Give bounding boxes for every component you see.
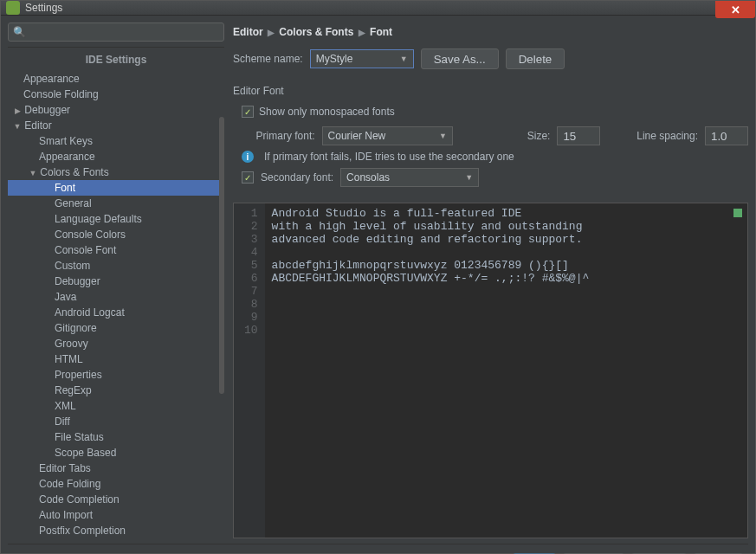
primary-font-label: Primary font:	[242, 130, 315, 142]
tree-item-label: Groovy	[55, 338, 88, 350]
tree-item-label: Console Font	[55, 244, 116, 256]
tree-item-debugger[interactable]: Debugger	[8, 274, 224, 289]
tree-item-label: Java	[55, 291, 76, 303]
scheme-select[interactable]: MyStyle ▼	[310, 49, 414, 68]
tree-item-font[interactable]: Font	[8, 180, 224, 196]
tree-item-html[interactable]: HTML	[8, 351, 224, 367]
tree-item-debugger[interactable]: ▶ Debugger	[8, 102, 224, 118]
tree-item-label: Debugger	[55, 275, 100, 287]
tree-item-regexp[interactable]: RegExp	[8, 383, 224, 398]
tree-item-java[interactable]: Java	[8, 289, 224, 305]
show-mono-checkbox[interactable]: ✓	[242, 106, 254, 118]
chevron-down-icon: ▼	[465, 173, 473, 182]
tree-item-postfix-completion[interactable]: Postfix Completion	[8, 523, 224, 538]
tree-item-label: Smart Keys	[39, 135, 93, 147]
save-as-button[interactable]: Save As...	[421, 48, 499, 69]
dialog-footer: OK Cancel Apply Help	[8, 544, 748, 554]
tree-item-colors-fonts[interactable]: ▼ Colors & Fonts	[8, 164, 224, 180]
tree-item-scope-based[interactable]: Scope Based	[8, 445, 224, 461]
tree-item-label: File Status	[55, 431, 104, 443]
tree-item-auto-import[interactable]: Auto Import	[8, 507, 224, 523]
app-icon	[6, 1, 20, 15]
chevron-down-icon[interactable]: ▼	[29, 169, 37, 177]
info-text: If primary font fails, IDE tries to use …	[264, 151, 514, 163]
search-wrap: 🔍	[8, 23, 224, 47]
tree-item-label: Editor	[24, 119, 51, 132]
tree-item-appearance[interactable]: Appearance	[8, 71, 224, 87]
settings-tree[interactable]: IDE Settings AppearanceConsole Folding▶ …	[8, 47, 224, 538]
close-button[interactable]: ✕	[715, 1, 755, 18]
settings-window: Settings ✕ 🔍 IDE Settings AppearanceCons…	[0, 0, 756, 554]
window-title: Settings	[25, 2, 62, 14]
tree-item-console-folding[interactable]: Console Folding	[8, 87, 224, 102]
preview-code: Android Studio is a full-featured IDEwit…	[265, 203, 747, 538]
tree-item-label: Debugger	[24, 104, 70, 116]
chevron-down-icon: ▼	[439, 132, 447, 140]
chevron-right-icon: ▶	[359, 28, 365, 37]
size-label: Size:	[477, 130, 551, 142]
tree-item-label: RegExp	[55, 384, 92, 396]
tree-item-label: Postfix Completion	[39, 525, 126, 537]
tree-item-label: Code Folding	[39, 478, 100, 490]
info-icon: i	[242, 151, 254, 163]
tree-item-editor[interactable]: ▼ Editor	[8, 118, 224, 133]
tree-item-console-font[interactable]: Console Font	[8, 242, 224, 258]
tree-item-diff[interactable]: Diff	[8, 414, 224, 429]
tree-item-label: Gitignore	[55, 322, 97, 334]
tree-item-label: Language Defaults	[55, 213, 142, 225]
gutter: 12345678910	[234, 203, 265, 538]
status-indicator	[733, 209, 742, 217]
tree-item-label: XML	[55, 400, 76, 412]
tree-item-label: Font	[55, 182, 75, 194]
tree-scrollbar[interactable]	[219, 117, 224, 394]
tree-item-label: Editor Tabs	[39, 462, 91, 474]
tree-item-properties[interactable]: Properties	[8, 367, 224, 383]
content-pane: Editor ▶ Colors & Fonts ▶ Font Scheme na…	[233, 23, 748, 538]
tree-item-general[interactable]: General	[8, 196, 224, 211]
chevron-right-icon[interactable]: ▶	[13, 106, 22, 115]
search-icon: 🔍	[13, 26, 26, 38]
scheme-value: MyStyle	[316, 53, 353, 65]
primary-font-select[interactable]: Courier New ▼	[322, 126, 453, 145]
secondary-font-select[interactable]: Consolas ▼	[340, 168, 479, 187]
tree-item-groovy[interactable]: Groovy	[8, 336, 224, 351]
tree-item-gitignore[interactable]: Gitignore	[8, 320, 224, 336]
tree-item-console-colors[interactable]: Console Colors	[8, 227, 224, 242]
tree-item-label: Scope Based	[55, 447, 116, 459]
main: 🔍 IDE Settings AppearanceConsole Folding…	[8, 23, 748, 538]
tree-item-label: Appearance	[39, 151, 95, 163]
tree-item-code-completion[interactable]: Code Completion	[8, 492, 224, 507]
delete-button[interactable]: Delete	[506, 48, 565, 69]
chevron-right-icon: ▶	[268, 28, 275, 37]
tree-item-label: Diff	[55, 416, 70, 428]
font-form: Primary font: Courier New ▼ Size: Line s…	[242, 121, 748, 192]
search-input[interactable]	[8, 23, 224, 42]
tree-item-language-defaults[interactable]: Language Defaults	[8, 211, 224, 227]
line-spacing-input[interactable]	[705, 126, 748, 145]
titlebar: Settings ✕	[1, 1, 755, 16]
secondary-font-label: Secondary font:	[261, 171, 333, 184]
scheme-label: Scheme name:	[233, 53, 303, 65]
secondary-font-checkbox[interactable]: ✓	[242, 171, 254, 184]
tree-item-file-status[interactable]: File Status	[8, 429, 224, 445]
body: 🔍 IDE Settings AppearanceConsole Folding…	[1, 16, 755, 554]
tree-item-smart-keys[interactable]: Smart Keys	[8, 133, 224, 149]
size-input[interactable]	[557, 126, 600, 145]
scheme-row: Scheme name: MyStyle ▼ Save As... Delete	[233, 48, 748, 69]
sidebar: 🔍 IDE Settings AppearanceConsole Folding…	[8, 23, 224, 538]
tree-header: IDE Settings	[8, 51, 224, 71]
tree-item-xml[interactable]: XML	[8, 398, 224, 414]
chevron-down-icon[interactable]: ▼	[13, 122, 22, 131]
tree-item-code-folding[interactable]: Code Folding	[8, 476, 224, 492]
tree-item-label: Code Completion	[39, 493, 120, 506]
tree-item-label: Console Folding	[23, 88, 99, 100]
tree-item-custom[interactable]: Custom	[8, 258, 224, 274]
tree-item-appearance[interactable]: Appearance	[8, 149, 224, 164]
show-mono-label: Show only monospaced fonts	[259, 106, 395, 118]
breadcrumb-colors-fonts[interactable]: Colors & Fonts	[279, 26, 353, 38]
breadcrumb-editor[interactable]: Editor	[233, 26, 263, 38]
tree-item-label: Auto Import	[39, 509, 93, 521]
tree-item-editor-tabs[interactable]: Editor Tabs	[8, 461, 224, 476]
tree-item-android-logcat[interactable]: Android Logcat	[8, 305, 224, 320]
font-preview: 12345678910 Android Studio is a full-fea…	[233, 203, 748, 538]
